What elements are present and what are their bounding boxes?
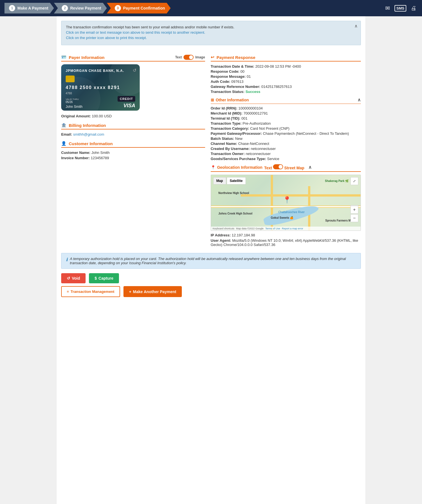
oi-row-6: Batch Status: New	[211, 136, 361, 141]
customer-section-header: 👤 Customer Information	[61, 141, 205, 148]
ip-label: IP Address:	[211, 233, 231, 237]
oi-row-2: Terminal Id (TID): 001	[211, 116, 361, 120]
map-tab-map[interactable]: Map	[213, 177, 226, 184]
step-payment-confirmation[interactable]: 3 Payment Confirmation	[107, 3, 171, 13]
ip-row: IP Address: 12.197.184.98	[211, 233, 361, 237]
primary-action-row: ↺ Void $ Capture	[61, 273, 361, 283]
notice-line-1: The transaction confirmation receipt has…	[66, 25, 356, 29]
geolocation-header: 📍 Geolocation Information Text Street Ma…	[211, 164, 361, 172]
rr5-label: Transaction Status:	[211, 90, 245, 94]
step-label-2: Review Payment	[70, 6, 101, 10]
oi9-value: netconnectuser	[246, 152, 271, 156]
capture-icon: $	[95, 276, 97, 280]
map-fullscreen-button[interactable]: ⤢	[350, 177, 358, 185]
oi3-value: Pre-Authorization	[243, 121, 271, 126]
original-amount-row: Original Amount: 100.00 USD	[61, 114, 205, 118]
close-notice-button[interactable]: ∧	[354, 23, 358, 29]
rr3-value: 097613	[231, 79, 243, 84]
main-content: ∧ The transaction confirmation receipt h…	[57, 16, 365, 504]
oi1-label: Merchant Id (MID):	[211, 111, 242, 115]
payer-section-label: Payer Information	[69, 55, 105, 60]
make-another-payment-button[interactable]: + Make Another Payment	[123, 286, 182, 297]
oi7-value: Chase-NetConnect	[238, 142, 269, 146]
response-row-4: Gateway Reference Number: 01425178825761…	[211, 85, 361, 89]
customer-section-label: Customer Information	[69, 141, 113, 146]
card-refresh-icon[interactable]: ↺	[133, 68, 136, 73]
email-icon[interactable]: ✉	[384, 4, 391, 13]
map-report[interactable]: Report a map error	[282, 227, 303, 230]
toggle-image-label: Image	[195, 55, 205, 59]
notice-line-2: Click on the email or text message icon …	[66, 30, 356, 35]
other-info-header[interactable]: ⊞ Other Information ∧	[211, 97, 361, 104]
customer-name-row: Customer Name: John Smith	[61, 150, 205, 155]
card-chip	[66, 76, 75, 82]
notice-link-2[interactable]: Click on the email or text message icon …	[66, 30, 205, 35]
step-review-payment[interactable]: 2 Review Payment	[54, 3, 107, 13]
map-data: Map data ©2022 Google	[236, 227, 263, 230]
make-payment-icon: +	[129, 289, 131, 294]
transaction-management-button[interactable]: ≡ Transaction Management	[61, 286, 120, 297]
toggle-text-label: Text	[175, 55, 182, 59]
map-tab-satellite[interactable]: Satellite	[227, 177, 246, 184]
print-icon[interactable]: 🖨	[410, 4, 418, 13]
oi6-value: New	[235, 136, 242, 141]
customer-name-label: Customer Name:	[61, 150, 90, 155]
card-bottom: VALID THRU 05/26 John Smith CREDIT VISA	[66, 96, 135, 109]
card-holder-name: John Smith	[66, 105, 82, 109]
notice-link-3[interactable]: Click on the printer icon above to print…	[66, 36, 147, 40]
map-container[interactable]: Northview High School Shakerag Park 🌿 Jo…	[211, 175, 361, 231]
geo-toggle-text: Text	[264, 166, 272, 170]
response-row-1: Response Code: 00	[211, 69, 361, 74]
oi9-label: Transaction Owner:	[211, 152, 245, 156]
map-zoom-controls: + −	[350, 206, 358, 222]
map-zoom-in[interactable]: +	[350, 206, 358, 214]
capture-button[interactable]: $ Capture	[89, 273, 119, 283]
oi-row-3: Transaction Type: Pre-Authorization	[211, 121, 361, 126]
oi10-label: Goods/Services Purchase Type:	[211, 157, 266, 161]
other-info-expand-icon: ⊞	[211, 98, 214, 102]
oi2-label: Terminal Id (TID):	[211, 116, 240, 120]
road-h2	[241, 194, 361, 197]
map-zoom-out[interactable]: −	[350, 214, 358, 222]
rr4-value: 014251788257613	[261, 85, 292, 89]
rr2-value: 01	[247, 74, 251, 79]
rr0-value: 2022-09-08 12:53 PM -0400	[255, 64, 301, 69]
original-amount-label: Original Amount:	[61, 114, 91, 118]
ua-label: User Agent:	[211, 238, 231, 243]
oi3-label: Transaction Type:	[211, 121, 242, 126]
step-number-1: 1	[9, 5, 15, 11]
payment-response-rows: Transaction Date & Time: 2022-09-08 12:5…	[211, 64, 361, 94]
sms-icon[interactable]: SMS	[395, 5, 406, 12]
label-gokul: Gokul Sweets 🍊	[271, 216, 293, 219]
void-icon: ↺	[67, 276, 70, 280]
oi-row-1: Merchant Id (MID): 700000012791	[211, 111, 361, 115]
response-row-5: Transaction Status: Success	[211, 90, 361, 94]
billing-email-row: Email: smithh@gmail.com	[61, 132, 205, 136]
oi4-value: Card Not Present (CNP)	[250, 126, 290, 131]
card-sub-number: 4788	[66, 92, 135, 95]
customer-icon: 👤	[61, 141, 66, 146]
label-shakerag: Shakerag Park 🌿	[325, 179, 348, 183]
rr3-label: Auth Code:	[211, 79, 230, 84]
right-column: ↩ Payment Response Transaction Date & Ti…	[211, 50, 361, 248]
geo-icon: 📍	[211, 165, 215, 170]
oi8-value: netconnectuser	[251, 147, 276, 151]
card-number: 4788 2500 xxxx 8291	[66, 85, 135, 90]
notice-line-3: Click on the printer icon above to print…	[66, 36, 356, 40]
geo-toggle[interactable]	[273, 164, 283, 169]
card-valid-area: VALID THRU 05/26 John Smith	[66, 98, 82, 109]
oi1-value: 700000012791	[244, 111, 268, 115]
page-header: 1 Make A Payment 2 Review Payment 3 Paym…	[0, 0, 422, 16]
ip-value: 12.197.184.98	[232, 233, 255, 237]
card-type-badge: CREDIT	[118, 96, 135, 102]
map-tab-controls: Map Satellite	[213, 177, 246, 184]
step-make-payment[interactable]: 1 Make A Payment	[4, 3, 54, 13]
card-bank-name: JPMORGAN CHASE BANK, N.A.	[66, 69, 135, 73]
payment-response-header: ↩ Payment Response	[211, 55, 361, 61]
payer-toggle[interactable]	[184, 55, 194, 60]
void-button[interactable]: ↺ Void	[61, 273, 86, 283]
response-row-0: Transaction Date & Time: 2022-09-08 12:5…	[211, 64, 361, 69]
map-terms[interactable]: Terms of Use	[265, 227, 280, 230]
oi-row-8: Created By Username: netconnectuser	[211, 147, 361, 151]
breadcrumb: 1 Make A Payment 2 Review Payment 3 Paym…	[4, 3, 171, 13]
